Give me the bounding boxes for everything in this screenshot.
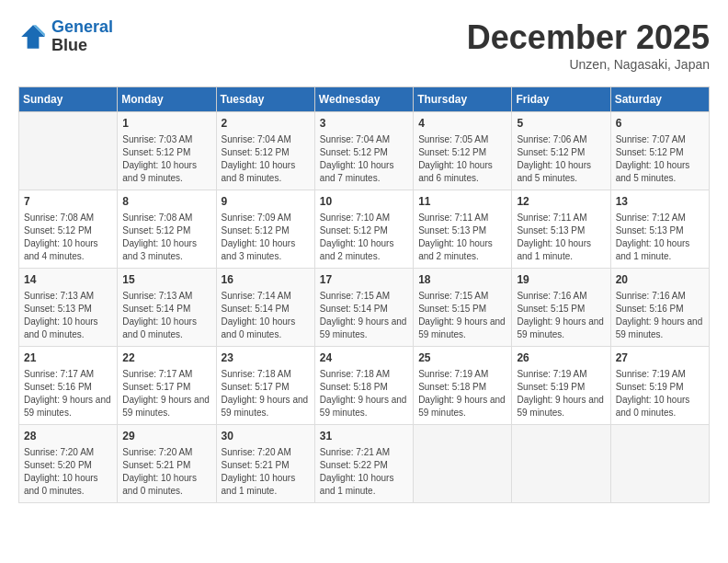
calendar-cell: 11Sunrise: 7:11 AMSunset: 5:13 PMDayligh… — [414, 190, 512, 269]
calendar-cell: 5Sunrise: 7:06 AMSunset: 5:12 PMDaylight… — [512, 112, 610, 190]
day-number: 8 — [122, 194, 210, 210]
day-sun-info: Sunrise: 7:04 AMSunset: 5:12 PMDaylight:… — [222, 133, 310, 185]
calendar-cell: 10Sunrise: 7:10 AMSunset: 5:12 PMDayligh… — [314, 190, 413, 269]
month-title: December 2025 — [467, 18, 710, 57]
calendar-cell: 31Sunrise: 7:21 AMSunset: 5:22 PMDayligh… — [314, 425, 413, 503]
calendar-cell: 19Sunrise: 7:16 AMSunset: 5:15 PMDayligh… — [512, 269, 610, 347]
calendar-cell: 15Sunrise: 7:13 AMSunset: 5:14 PMDayligh… — [118, 269, 216, 347]
day-sun-info: Sunrise: 7:05 AMSunset: 5:12 PMDaylight:… — [418, 133, 506, 185]
calendar-cell: 14Sunrise: 7:13 AMSunset: 5:13 PMDayligh… — [19, 269, 118, 347]
calendar-week-3: 14Sunrise: 7:13 AMSunset: 5:13 PMDayligh… — [19, 269, 710, 347]
calendar-cell: 22Sunrise: 7:17 AMSunset: 5:17 PMDayligh… — [118, 347, 216, 425]
day-number: 12 — [517, 194, 605, 210]
day-sun-info: Sunrise: 7:20 AMSunset: 5:21 PMDaylight:… — [122, 446, 210, 498]
title-block: December 2025 Unzen, Nagasaki, Japan — [467, 18, 710, 72]
weekday-header-thursday: Thursday — [414, 87, 512, 112]
calendar-cell: 20Sunrise: 7:16 AMSunset: 5:16 PMDayligh… — [610, 269, 709, 347]
calendar-cell — [19, 112, 118, 190]
day-number: 4 — [418, 116, 506, 132]
calendar-cell: 16Sunrise: 7:14 AMSunset: 5:14 PMDayligh… — [216, 269, 314, 347]
day-sun-info: Sunrise: 7:17 AMSunset: 5:16 PMDaylight:… — [24, 368, 112, 419]
calendar-cell: 17Sunrise: 7:15 AMSunset: 5:14 PMDayligh… — [314, 269, 413, 347]
svg-marker-0 — [21, 25, 45, 49]
calendar-week-2: 7Sunrise: 7:08 AMSunset: 5:12 PMDaylight… — [19, 190, 710, 269]
calendar-cell: 29Sunrise: 7:20 AMSunset: 5:21 PMDayligh… — [118, 425, 216, 503]
page-header: General Blue December 2025 Unzen, Nagasa… — [18, 18, 710, 72]
calendar-week-5: 28Sunrise: 7:20 AMSunset: 5:20 PMDayligh… — [19, 425, 710, 503]
calendar-cell: 28Sunrise: 7:20 AMSunset: 5:20 PMDayligh… — [19, 425, 118, 503]
calendar-cell: 7Sunrise: 7:08 AMSunset: 5:12 PMDaylight… — [19, 190, 118, 269]
calendar-cell — [512, 425, 610, 503]
day-sun-info: Sunrise: 7:20 AMSunset: 5:20 PMDaylight:… — [24, 446, 112, 498]
day-number: 31 — [320, 429, 408, 444]
calendar-cell — [610, 425, 709, 503]
day-sun-info: Sunrise: 7:04 AMSunset: 5:12 PMDaylight:… — [320, 133, 408, 185]
day-sun-info: Sunrise: 7:12 AMSunset: 5:13 PMDaylight:… — [616, 212, 704, 263]
day-number: 11 — [418, 194, 506, 210]
day-number: 2 — [222, 116, 310, 132]
day-sun-info: Sunrise: 7:11 AMSunset: 5:13 PMDaylight:… — [517, 212, 605, 263]
calendar-cell: 13Sunrise: 7:12 AMSunset: 5:13 PMDayligh… — [610, 190, 709, 269]
day-sun-info: Sunrise: 7:03 AMSunset: 5:12 PMDaylight:… — [122, 133, 210, 185]
calendar-week-4: 21Sunrise: 7:17 AMSunset: 5:16 PMDayligh… — [19, 347, 710, 425]
day-number: 30 — [222, 429, 310, 444]
day-number: 6 — [616, 116, 704, 132]
calendar-cell: 30Sunrise: 7:20 AMSunset: 5:21 PMDayligh… — [216, 425, 314, 503]
day-sun-info: Sunrise: 7:08 AMSunset: 5:12 PMDaylight:… — [24, 212, 112, 263]
weekday-header-saturday: Saturday — [610, 87, 709, 112]
day-number: 21 — [24, 350, 112, 366]
day-sun-info: Sunrise: 7:18 AMSunset: 5:17 PMDaylight:… — [222, 368, 310, 419]
day-sun-info: Sunrise: 7:06 AMSunset: 5:12 PMDaylight:… — [517, 133, 605, 185]
day-sun-info: Sunrise: 7:17 AMSunset: 5:17 PMDaylight:… — [122, 368, 210, 419]
day-sun-info: Sunrise: 7:11 AMSunset: 5:13 PMDaylight:… — [418, 212, 506, 263]
day-number: 29 — [122, 429, 210, 444]
calendar-cell: 4Sunrise: 7:05 AMSunset: 5:12 PMDaylight… — [414, 112, 512, 190]
logo-line1: General — [51, 17, 113, 36]
day-number: 27 — [616, 350, 704, 366]
day-number: 3 — [320, 116, 408, 132]
weekday-header-sunday: Sunday — [19, 87, 118, 112]
calendar-cell: 1Sunrise: 7:03 AMSunset: 5:12 PMDaylight… — [118, 112, 216, 190]
calendar-cell: 26Sunrise: 7:19 AMSunset: 5:19 PMDayligh… — [512, 347, 610, 425]
day-sun-info: Sunrise: 7:10 AMSunset: 5:12 PMDaylight:… — [320, 212, 408, 263]
calendar-week-1: 1Sunrise: 7:03 AMSunset: 5:12 PMDaylight… — [19, 112, 710, 190]
calendar-cell: 8Sunrise: 7:08 AMSunset: 5:12 PMDaylight… — [118, 190, 216, 269]
day-sun-info: Sunrise: 7:08 AMSunset: 5:12 PMDaylight:… — [122, 212, 210, 263]
day-sun-info: Sunrise: 7:14 AMSunset: 5:14 PMDaylight:… — [222, 290, 310, 341]
day-sun-info: Sunrise: 7:16 AMSunset: 5:16 PMDaylight:… — [616, 290, 704, 341]
day-number: 28 — [24, 429, 112, 444]
day-number: 25 — [418, 350, 506, 366]
logo-icon — [18, 22, 48, 52]
calendar-cell: 6Sunrise: 7:07 AMSunset: 5:12 PMDaylight… — [610, 112, 709, 190]
day-sun-info: Sunrise: 7:16 AMSunset: 5:15 PMDaylight:… — [517, 290, 605, 341]
day-sun-info: Sunrise: 7:21 AMSunset: 5:22 PMDaylight:… — [320, 446, 408, 498]
calendar-cell: 21Sunrise: 7:17 AMSunset: 5:16 PMDayligh… — [19, 347, 118, 425]
day-sun-info: Sunrise: 7:13 AMSunset: 5:13 PMDaylight:… — [24, 290, 112, 341]
day-number: 19 — [517, 272, 605, 288]
calendar-cell: 9Sunrise: 7:09 AMSunset: 5:12 PMDaylight… — [216, 190, 314, 269]
calendar-cell: 23Sunrise: 7:18 AMSunset: 5:17 PMDayligh… — [216, 347, 314, 425]
day-number: 14 — [24, 272, 112, 288]
day-number: 1 — [122, 116, 210, 132]
calendar-table: SundayMondayTuesdayWednesdayThursdayFrid… — [18, 86, 710, 503]
day-number: 22 — [122, 350, 210, 366]
day-sun-info: Sunrise: 7:19 AMSunset: 5:18 PMDaylight:… — [418, 368, 506, 419]
day-number: 18 — [418, 272, 506, 288]
calendar-cell: 24Sunrise: 7:18 AMSunset: 5:18 PMDayligh… — [314, 347, 413, 425]
day-sun-info: Sunrise: 7:15 AMSunset: 5:15 PMDaylight:… — [418, 290, 506, 341]
logo-text: General Blue — [51, 18, 113, 55]
calendar-cell: 2Sunrise: 7:04 AMSunset: 5:12 PMDaylight… — [216, 112, 314, 190]
day-number: 17 — [320, 272, 408, 288]
day-number: 23 — [222, 350, 310, 366]
day-number: 7 — [24, 194, 112, 210]
location-subtitle: Unzen, Nagasaki, Japan — [467, 57, 710, 72]
weekday-header-friday: Friday — [512, 87, 610, 112]
day-number: 24 — [320, 350, 408, 366]
calendar-cell: 25Sunrise: 7:19 AMSunset: 5:18 PMDayligh… — [414, 347, 512, 425]
weekday-header-tuesday: Tuesday — [216, 87, 314, 112]
day-sun-info: Sunrise: 7:19 AMSunset: 5:19 PMDaylight:… — [616, 368, 704, 419]
day-sun-info: Sunrise: 7:20 AMSunset: 5:21 PMDaylight:… — [222, 446, 310, 498]
calendar-cell: 18Sunrise: 7:15 AMSunset: 5:15 PMDayligh… — [414, 269, 512, 347]
logo-line2: Blue — [51, 37, 113, 55]
day-number: 26 — [517, 350, 605, 366]
